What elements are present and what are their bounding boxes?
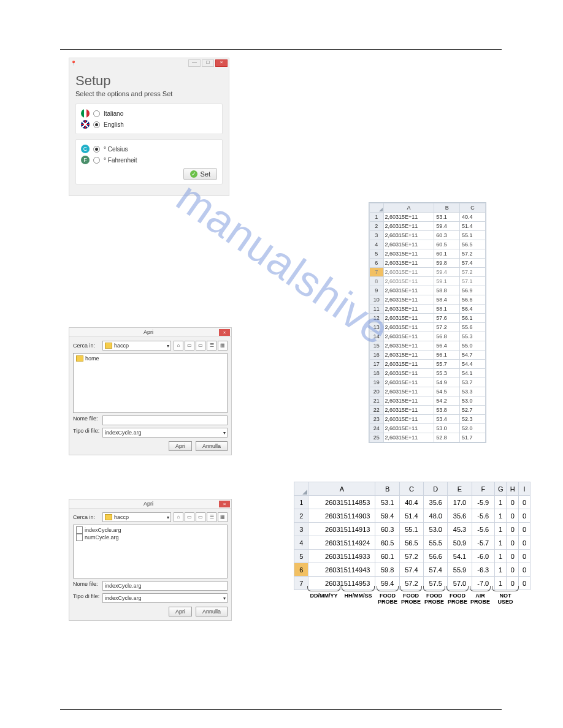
cell[interactable]: 60.1 — [375, 550, 399, 563]
col-header[interactable]: F — [472, 482, 494, 496]
file-list[interactable]: indexCycle.arg numCycle.arg — [73, 525, 228, 578]
cell[interactable]: 2,60315E+11 — [383, 268, 434, 277]
row-header[interactable]: 2 — [370, 222, 384, 231]
cell[interactable]: 0 — [507, 523, 518, 536]
cell[interactable]: 51.4 — [460, 222, 486, 231]
cell[interactable]: 59.4 — [434, 222, 460, 231]
cell[interactable]: 60.1 — [434, 249, 460, 259]
cell[interactable]: 54.4 — [460, 360, 486, 369]
cell[interactable]: 40.4 — [460, 213, 486, 222]
cell[interactable]: 53.4 — [434, 415, 460, 424]
cell[interactable]: 2,60315E+11 — [383, 387, 434, 396]
row-header[interactable]: 5 — [370, 249, 384, 259]
file-list[interactable]: home — [73, 353, 228, 413]
cell[interactable]: 59.4 — [434, 268, 460, 277]
cell[interactable]: 54.7 — [460, 351, 486, 360]
cell[interactable]: 57.4 — [460, 259, 486, 268]
cell[interactable]: 53.7 — [460, 378, 486, 387]
row-header[interactable]: 1 — [370, 213, 384, 222]
list-item[interactable]: indexCycle.arg — [76, 526, 224, 534]
cell[interactable]: 53.0 — [424, 523, 448, 536]
cell[interactable]: 56.6 — [424, 550, 448, 563]
new-folder-icon[interactable]: ▭ — [196, 512, 205, 522]
cell[interactable]: 60.5 — [434, 240, 460, 249]
col-header[interactable]: B — [434, 203, 460, 213]
home-icon[interactable]: ▭ — [185, 512, 194, 522]
cell[interactable]: 54.9 — [434, 378, 460, 387]
cell[interactable]: 55.5 — [424, 536, 448, 550]
cell[interactable]: 260315114903 — [308, 509, 375, 523]
cell[interactable]: 53.8 — [434, 406, 460, 415]
tipo-combo[interactable]: indexCycle.arg — [102, 593, 228, 603]
annulla-button[interactable]: Annulla — [196, 607, 228, 616]
cell[interactable]: 2,60315E+11 — [383, 314, 434, 323]
radio-fahrenheit[interactable] — [93, 157, 100, 164]
cell[interactable]: 56.1 — [460, 314, 486, 323]
cell[interactable]: 0 — [518, 536, 530, 550]
col-header[interactable]: G — [494, 482, 507, 496]
col-header[interactable]: C — [460, 203, 486, 213]
nome-input[interactable] — [102, 415, 228, 425]
cell[interactable]: 2,60315E+11 — [383, 369, 434, 378]
cell[interactable]: 51.4 — [399, 509, 423, 523]
row-header[interactable]: 3 — [294, 523, 308, 536]
cell[interactable]: 2,60315E+11 — [383, 249, 434, 259]
row-header[interactable]: 22 — [370, 406, 384, 415]
row-header[interactable]: 9 — [370, 286, 384, 295]
row-header[interactable]: 4 — [370, 240, 384, 249]
cell[interactable]: 57.2 — [434, 323, 460, 332]
cell[interactable]: -6.0 — [472, 550, 494, 563]
cell[interactable]: 51.7 — [460, 433, 486, 442]
cell[interactable]: 55.0 — [460, 341, 486, 351]
row-header[interactable]: 2 — [294, 509, 308, 523]
row-header[interactable]: 25 — [370, 433, 384, 442]
cell[interactable]: 56.4 — [460, 305, 486, 314]
cell[interactable]: 60.5 — [375, 536, 399, 550]
cell[interactable]: 55.6 — [460, 323, 486, 332]
cell[interactable]: 2,60315E+11 — [383, 332, 434, 341]
row-header[interactable]: 13 — [370, 323, 384, 332]
cell[interactable]: 55.1 — [460, 231, 486, 240]
cell[interactable]: 54.1 — [460, 369, 486, 378]
row-header[interactable]: 6 — [370, 259, 384, 268]
close-button[interactable]: × — [215, 59, 228, 67]
row-header[interactable]: 15 — [370, 341, 384, 351]
cell[interactable]: -5.6 — [472, 523, 494, 536]
cell[interactable]: 56.6 — [460, 295, 486, 305]
cell[interactable]: 2,60315E+11 — [383, 213, 434, 222]
cell[interactable]: 56.5 — [399, 536, 423, 550]
close-button[interactable]: × — [219, 501, 230, 507]
maximize-button[interactable]: □ — [202, 59, 214, 67]
cell[interactable]: 2,60315E+11 — [383, 231, 434, 240]
row-header[interactable]: 23 — [370, 415, 384, 424]
cell[interactable]: 2,60315E+11 — [383, 424, 434, 433]
cell[interactable]: 35.6 — [424, 496, 448, 509]
cell[interactable]: 0 — [518, 496, 530, 509]
cell[interactable]: 56.4 — [434, 341, 460, 351]
col-header[interactable]: H — [507, 482, 518, 496]
cell[interactable]: 2,60315E+11 — [383, 341, 434, 351]
apri-button[interactable]: Apri — [169, 607, 192, 616]
cell[interactable]: 59.8 — [375, 563, 399, 577]
cell[interactable]: 0 — [507, 536, 518, 550]
cell[interactable]: 260315114924 — [308, 536, 375, 550]
annulla-button[interactable]: Annulla — [196, 441, 228, 451]
row-header[interactable]: 16 — [370, 351, 384, 360]
cell[interactable]: 55.7 — [434, 360, 460, 369]
cell[interactable]: 2,60315E+11 — [383, 433, 434, 442]
details-icon[interactable]: ▦ — [218, 341, 228, 351]
col-header[interactable]: E — [448, 482, 472, 496]
cell[interactable]: 59.8 — [434, 259, 460, 268]
cell[interactable]: 56.1 — [434, 351, 460, 360]
cell[interactable]: 56.5 — [460, 240, 486, 249]
up-icon[interactable]: ⌂ — [174, 512, 183, 522]
col-header[interactable]: C — [399, 482, 423, 496]
cell[interactable]: 260315114913 — [308, 523, 375, 536]
cell[interactable]: 45.3 — [448, 523, 472, 536]
cell[interactable]: 1 — [494, 536, 507, 550]
cell[interactable]: 55.3 — [460, 332, 486, 341]
cell[interactable]: 2,60315E+11 — [383, 406, 434, 415]
cell[interactable]: 57.2 — [399, 550, 423, 563]
cell[interactable]: 48.0 — [424, 509, 448, 523]
cell[interactable]: 2,60315E+11 — [383, 286, 434, 295]
